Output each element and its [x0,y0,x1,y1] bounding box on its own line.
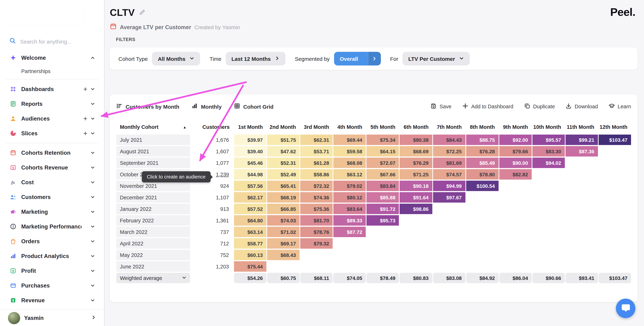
cohort-value-cell[interactable]: $62.31 [300,135,332,145]
sidebar-item-cohorts-revenue[interactable]: $Cohorts Revenue [0,160,104,175]
cohort-value-cell[interactable]: $103.47 [599,135,631,145]
cohort-value-cell[interactable]: $39.40 [234,146,266,157]
cohort-value-cell[interactable]: $83.84 [367,181,399,191]
chevron-down-icon[interactable] [89,298,96,303]
sidebar-item-customers[interactable]: Customers [0,190,104,204]
cohort-value-cell[interactable]: $69.44 [334,135,366,145]
cohort-value-cell[interactable]: $84.43 [433,135,465,145]
cohort-value-cell[interactable]: $68.69 [400,146,432,157]
save-button[interactable]: Save [430,103,452,110]
cohort-value-cell[interactable]: $74.36 [300,192,332,203]
cohort-value-cell[interactable]: $66.85 [267,204,300,214]
cohort-value-cell[interactable]: $47.62 [267,146,300,157]
cohort-value-cell[interactable]: $91.72 [367,204,399,214]
cohort-value-cell[interactable]: $98.86 [400,204,432,214]
cohort-value-cell[interactable]: $52.49 [267,169,300,180]
cohort-value-cell[interactable]: $57.52 [234,204,266,214]
add-audiences-button[interactable]: + [82,115,89,122]
learn-button[interactable]: Learn [609,103,631,110]
cohort-value-cell[interactable]: $87.36 [566,146,598,157]
cohort-value-cell[interactable]: $91.64 [400,192,432,203]
chevron-down-icon[interactable] [89,254,96,258]
search-bar[interactable] [0,35,104,47]
cohort-value-cell[interactable]: $89.33 [334,215,366,226]
cohort-customers[interactable]: 737 [191,227,233,237]
cohort-value-cell[interactable]: $90.00 [499,158,532,168]
sidebar-item-welcome[interactable]: Welcome [0,50,104,65]
sidebar-item-marketing[interactable]: Marketing [0,204,104,219]
chevron-down-icon[interactable] [89,131,96,136]
cohort-value-cell[interactable]: $79.32 [300,238,332,249]
cohort-value-cell[interactable]: $68.08 [334,158,366,168]
chevron-down-icon[interactable] [89,269,96,273]
cohort-customers[interactable]: 1,676 [191,135,233,145]
cohort-value-cell[interactable]: $100.54 [466,181,498,191]
cohort-value-cell[interactable]: $69.17 [267,238,300,249]
cohort-customers[interactable]: 1,107 [191,192,233,203]
sidebar-item-audiences[interactable]: Audiences+ [0,111,104,126]
filter-cohort-type-select[interactable]: All Months [152,52,200,65]
chevron-down-icon[interactable] [89,239,96,244]
cohort-customers[interactable]: 913 [191,204,233,214]
sidebar-item-orders[interactable]: Orders [0,234,104,249]
cohort-value-cell[interactable]: $95.73 [367,215,399,226]
chevron-down-icon[interactable] [89,87,96,91]
weighted-average-select[interactable]: Weighted average [116,273,190,283]
chevron-down-icon[interactable] [89,195,96,199]
sidebar-item-marketing-performance[interactable]: Marketing Performance [0,219,104,234]
cohort-value-cell[interactable]: $90.18 [400,181,432,191]
tab-monthly[interactable]: Monthly [192,103,222,110]
cohort-value-cell[interactable]: $64.80 [234,215,266,226]
chevron-down-icon[interactable] [89,209,96,214]
cohort-customers[interactable]: 712 [191,238,233,249]
chevron-down-icon[interactable] [89,150,96,155]
cohort-value-cell[interactable]: $82.82 [499,169,532,180]
cohort-customers[interactable]: 752 [191,250,233,260]
cohort-customers[interactable]: 1,607 [191,146,233,157]
sidebar-item-slices[interactable]: Slices+ [0,126,104,141]
cohort-value-cell[interactable]: $95.57 [532,135,565,145]
cohort-value-cell[interactable]: $76.29 [400,158,432,168]
cohort-value-cell[interactable]: $58.86 [300,169,332,180]
download-button[interactable]: Download [566,103,598,110]
add-to-dashboard-button[interactable]: Add to Dashboard [462,103,513,110]
cohort-value-cell[interactable]: $81.69 [433,158,465,168]
chevron-up-icon[interactable] [89,55,96,60]
cohort-value-cell[interactable]: $87.72 [334,227,366,237]
cohort-value-cell[interactable]: $52.31 [267,158,300,168]
sidebar-item-cost[interactable]: fxCost [0,175,104,190]
chevron-down-icon[interactable] [89,180,96,185]
cohort-customers[interactable]: 1,361 [191,215,233,226]
cohort-value-cell[interactable]: $78.76 [300,227,332,237]
cohort-value-cell[interactable]: $57.56 [234,181,266,191]
chevron-down-icon[interactable] [89,116,96,121]
sidebar-item-profit[interactable]: $Profit [0,263,104,278]
sidebar-item-reports[interactable]: Reports [0,96,104,111]
edit-title-icon[interactable] [139,9,146,17]
cohort-value-cell[interactable]: $88.75 [466,135,498,145]
cohort-value-cell[interactable]: $45.46 [234,158,266,168]
cohort-value-cell[interactable]: $81.70 [300,215,332,226]
cohort-value-cell[interactable]: $58.77 [234,238,266,249]
cohort-value-cell[interactable]: $59.58 [334,146,366,157]
sidebar-subitem-partnerships[interactable]: Partnerships [0,65,104,77]
filter-time-select[interactable]: Last 12 Months [226,52,286,65]
cohort-value-cell[interactable]: $94.99 [433,181,465,191]
chevron-down-icon[interactable] [89,101,96,106]
add-slices-button[interactable]: + [82,129,89,137]
cohort-value-cell[interactable]: $71.25 [400,169,432,180]
cohort-value-cell[interactable]: $75.44 [234,261,266,272]
filter-for-select[interactable]: LTV Per Customer [402,52,470,65]
cohort-value-cell[interactable]: $83.30 [532,146,565,157]
cohort-value-cell[interactable]: $68.43 [267,250,300,260]
chevron-down-icon[interactable] [89,224,96,229]
cohort-customers[interactable]: 1,077 [191,158,233,168]
cohort-value-cell[interactable]: $75.36 [300,204,332,214]
user-profile[interactable]: Yasmin [0,310,104,326]
cohort-value-cell[interactable]: $80.12 [334,192,366,203]
cohort-value-cell[interactable]: $39.97 [234,135,266,145]
cohort-value-cell[interactable]: $63.12 [334,169,366,180]
cohort-value-cell[interactable]: $72.25 [433,146,465,157]
add-dashboards-button[interactable]: + [82,85,89,93]
cohort-value-cell[interactable]: $79.02 [334,181,366,191]
